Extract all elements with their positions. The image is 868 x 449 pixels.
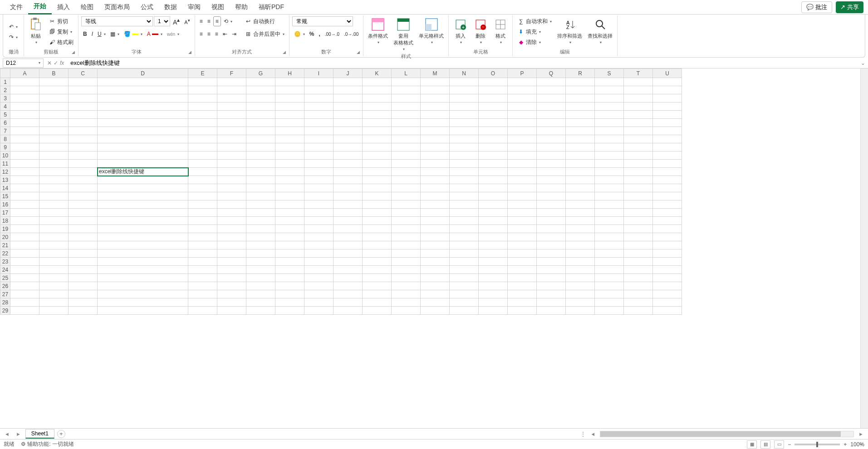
cell-B22[interactable] [39,249,69,258]
cell-H3[interactable] [275,94,304,102]
col-header-E[interactable]: E [188,69,217,78]
cell-D22[interactable] [98,249,188,258]
cell-G4[interactable] [246,102,275,111]
cell-F21[interactable] [217,241,246,249]
sheet-nav-prev[interactable]: ◄ [3,431,11,437]
cell-S2[interactable] [595,86,624,94]
cell-T6[interactable] [624,119,653,127]
cell-B17[interactable] [39,209,69,217]
cell-P27[interactable] [508,290,537,298]
cell-M21[interactable] [421,241,450,249]
cell-F20[interactable] [217,233,246,241]
cell-J27[interactable] [333,290,363,298]
cell-H24[interactable] [275,266,304,274]
cell-M18[interactable] [421,217,450,225]
cell-P3[interactable] [508,94,537,102]
cell-S10[interactable] [595,151,624,160]
align-middle-button[interactable]: ≡ [206,16,212,26]
cell-P18[interactable] [508,217,537,225]
cell-Q5[interactable] [537,111,566,119]
cell-U28[interactable] [653,298,682,307]
cell-B25[interactable] [39,274,69,282]
cell-D15[interactable] [98,192,188,200]
cell-L9[interactable] [392,143,421,151]
tab-foxit[interactable]: 福昕PDF [253,0,289,14]
cell-S18[interactable] [595,217,624,225]
cell-L25[interactable] [392,274,421,282]
cell-A17[interactable] [10,209,39,217]
vertical-scrollbar[interactable] [860,68,868,428]
cell-M29[interactable] [421,307,450,315]
cell-D20[interactable] [98,233,188,241]
cell-R17[interactable] [566,209,595,217]
cell-T2[interactable] [624,86,653,94]
row-header-28[interactable]: 28 [0,298,10,307]
cell-F2[interactable] [217,86,246,94]
cell-L22[interactable] [392,249,421,258]
cell-J14[interactable] [333,184,363,192]
cell-E14[interactable] [188,184,217,192]
cell-J5[interactable] [333,111,363,119]
cell-G2[interactable] [246,86,275,94]
cell-N1[interactable] [450,78,479,86]
cell-O29[interactable] [479,307,508,315]
row-header-10[interactable]: 10 [0,151,10,160]
align-center-button[interactable]: ≡ [206,29,212,39]
cell-A18[interactable] [10,217,39,225]
cell-N5[interactable] [450,111,479,119]
cell-R18[interactable] [566,217,595,225]
cell-I28[interactable] [304,298,333,307]
cell-U13[interactable] [653,176,682,184]
cell-T29[interactable] [624,307,653,315]
cell-M19[interactable] [421,225,450,233]
cell-U19[interactable] [653,225,682,233]
cell-H29[interactable] [275,307,304,315]
cell-K5[interactable] [363,111,392,119]
cell-G6[interactable] [246,119,275,127]
cell-P6[interactable] [508,119,537,127]
cell-U10[interactable] [653,151,682,160]
cell-G18[interactable] [246,217,275,225]
row-header-9[interactable]: 9 [0,143,10,151]
cell-U17[interactable] [653,209,682,217]
cell-Q11[interactable] [537,160,566,168]
cell-R29[interactable] [566,307,595,315]
cell-N11[interactable] [450,160,479,168]
cell-U27[interactable] [653,290,682,298]
cell-K25[interactable] [363,274,392,282]
cell-K13[interactable] [363,176,392,184]
share-button[interactable]: ↗共享 [836,1,863,13]
cell-R8[interactable] [566,135,595,143]
cell-T18[interactable] [624,217,653,225]
tab-split[interactable]: ⋮ [580,431,586,437]
cell-D18[interactable] [98,217,188,225]
cell-K14[interactable] [363,184,392,192]
cell-A19[interactable] [10,225,39,233]
format-painter-button[interactable]: 🖌格式刷 [47,37,75,47]
cell-I23[interactable] [304,258,333,266]
cell-Q4[interactable] [537,102,566,111]
cell-I16[interactable] [304,200,333,209]
cell-N18[interactable] [450,217,479,225]
row-header-25[interactable]: 25 [0,274,10,282]
cell-F27[interactable] [217,290,246,298]
clipboard-launcher[interactable]: ◢ [72,50,77,55]
cell-T25[interactable] [624,274,653,282]
cell-I29[interactable] [304,307,333,315]
tab-help[interactable]: 帮助 [230,0,253,14]
row-header-20[interactable]: 20 [0,233,10,241]
cell-C26[interactable] [69,282,98,290]
cell-J22[interactable] [333,249,363,258]
row-header-29[interactable]: 29 [0,307,10,315]
cell-K15[interactable] [363,192,392,200]
cell-B29[interactable] [39,307,69,315]
cell-M17[interactable] [421,209,450,217]
cell-U26[interactable] [653,282,682,290]
name-box[interactable]: D12▾ [3,59,44,68]
collapse-ribbon-button[interactable]: ⌄ [859,440,863,446]
row-header-13[interactable]: 13 [0,176,10,184]
cell-U11[interactable] [653,160,682,168]
cell-L23[interactable] [392,258,421,266]
font-size-select[interactable]: 11 [154,16,170,26]
cell-R10[interactable] [566,151,595,160]
